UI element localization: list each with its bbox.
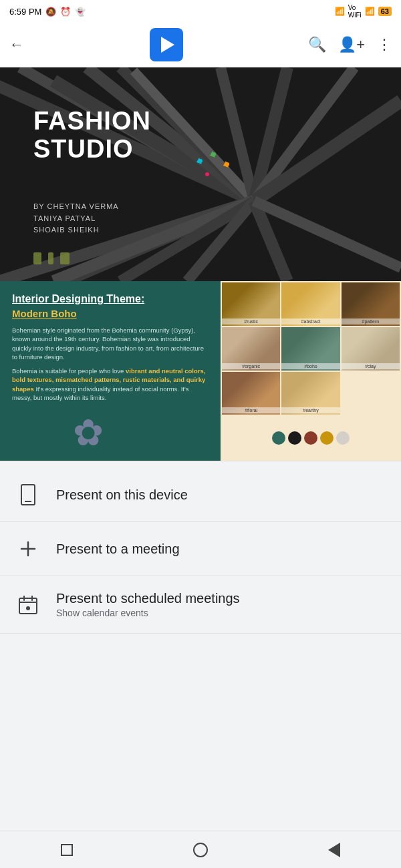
slide1-byline: BY CHEYTNA VERMA TANIYA PATYAL SHOAIB SH… xyxy=(33,201,119,236)
swatch-teal xyxy=(272,431,285,445)
swatch-gray xyxy=(336,431,350,445)
present-on-device-item[interactable]: Present on this device xyxy=(0,468,401,522)
present-scheduled-subtitle: Show calendar events xyxy=(56,608,385,618)
time-display: 6:59 PM xyxy=(9,7,41,17)
photo-cell-1: #rustic xyxy=(222,282,280,326)
photo-cell-4: #organic xyxy=(222,327,280,371)
flower-decoration: ✿ xyxy=(73,411,104,454)
back-button[interactable]: ← xyxy=(9,36,24,53)
slide1-dots xyxy=(33,252,70,264)
play-icon xyxy=(161,37,174,53)
recent-apps-button[interactable] xyxy=(57,840,77,860)
status-bar: 6:59 PM 🔕 ⏰ 👻 📶 VoWiFi 📶 63 xyxy=(0,0,401,23)
back-arrow-icon: ← xyxy=(9,36,24,53)
present-meeting-text: Present to a meeting xyxy=(56,541,385,557)
menu-section: Present on this device Present to a meet… xyxy=(0,461,401,640)
slide2-body1: Bohemian style originated from the Bohem… xyxy=(12,326,209,361)
more-icon: ⋮ xyxy=(377,36,392,53)
search-icon: 🔍 xyxy=(308,36,326,53)
snapchat-icon: 👻 xyxy=(75,7,86,17)
present-meeting-title: Present to a meeting xyxy=(56,541,385,557)
slide2-subtitle: Modern Boho xyxy=(12,308,209,319)
calendar-icon xyxy=(16,593,40,617)
slide2-photos: #rustic #abstract #pattern #organic #boh… xyxy=(221,281,401,461)
color-swatches-row xyxy=(222,416,400,459)
slide2-body2: Bohemia is suitable for people who love … xyxy=(12,367,209,402)
signal-icon: 📶 xyxy=(335,7,345,16)
slide2-title: Interior Designing Theme: xyxy=(12,293,209,305)
svg-rect-29 xyxy=(19,598,37,614)
slide2-content: Interior Designing Theme: Modern Boho Bo… xyxy=(0,281,221,461)
wifi-icon: 📶 xyxy=(365,7,375,16)
add-person-icon: 👤+ xyxy=(338,36,365,53)
photo-cell-5: #boho xyxy=(281,327,340,371)
recent-apps-icon xyxy=(61,844,73,856)
slide2-preview: Interior Designing Theme: Modern Boho Bo… xyxy=(0,281,401,461)
alarm-icon: 🔕 xyxy=(45,7,56,17)
top-bar: ← 🔍 👤+ ⋮ xyxy=(0,23,401,67)
swatch-brown xyxy=(304,431,317,445)
wifi-label: VoWiFi xyxy=(348,4,362,19)
navigation-bar xyxy=(0,831,401,868)
photo-cell-6: #clay xyxy=(342,327,400,371)
clock-icon: ⏰ xyxy=(60,7,71,17)
photo-cell-3: #pattern xyxy=(342,282,400,326)
photo-cell-7: #floral xyxy=(222,372,280,415)
pencils-background xyxy=(0,67,401,281)
present-scheduled-item[interactable]: Present to scheduled meetings Show calen… xyxy=(0,576,401,634)
photo-cell-2: #abstract xyxy=(281,282,340,326)
svg-point-21 xyxy=(205,172,209,176)
play-button[interactable] xyxy=(150,28,183,61)
present-to-meeting-item[interactable]: Present to a meeting xyxy=(0,522,401,576)
present-scheduled-title: Present to scheduled meetings xyxy=(56,591,385,606)
present-scheduled-text: Present to scheduled meetings Show calen… xyxy=(56,591,385,618)
slide1-title: FASHION STUDIO xyxy=(33,107,151,164)
add-person-button[interactable]: 👤+ xyxy=(338,36,365,53)
back-nav-icon xyxy=(328,843,340,857)
phone-icon xyxy=(16,483,40,507)
search-button[interactable]: 🔍 xyxy=(308,36,326,53)
back-nav-button[interactable] xyxy=(324,840,344,860)
svg-point-33 xyxy=(26,606,30,610)
home-button[interactable] xyxy=(190,840,211,860)
home-icon xyxy=(193,843,208,857)
battery-display: 63 xyxy=(378,7,392,16)
swatch-gold xyxy=(320,431,333,445)
present-device-text: Present on this device xyxy=(56,487,385,503)
plus-icon xyxy=(16,537,40,561)
swatch-black xyxy=(288,431,301,445)
more-options-button[interactable]: ⋮ xyxy=(377,36,392,53)
photo-cell-8: #earthy xyxy=(281,372,340,415)
present-device-title: Present on this device xyxy=(56,487,385,503)
slide1-preview: FASHION STUDIO BY CHEYTNA VERMA TANIYA P… xyxy=(0,67,401,281)
